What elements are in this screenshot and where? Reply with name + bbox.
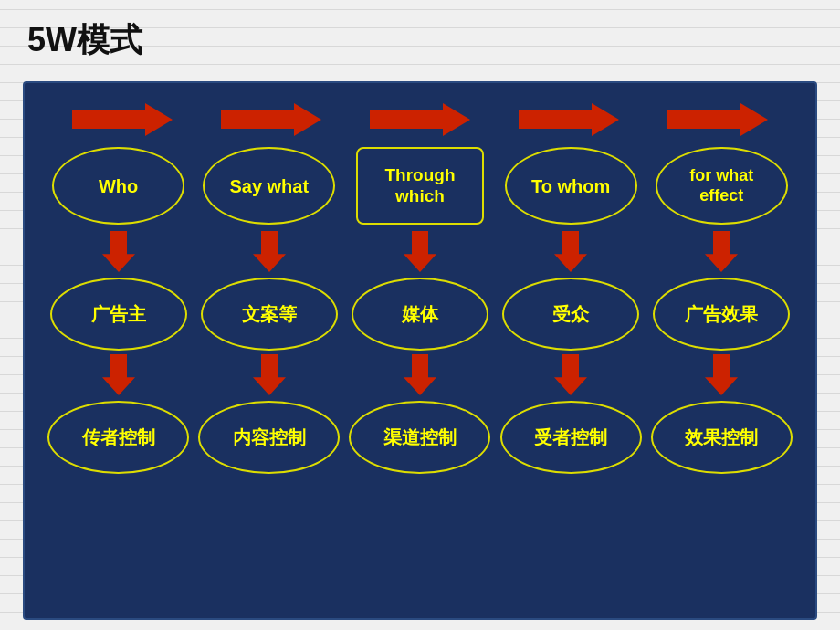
oval-bottom-5: 效果控制 xyxy=(651,401,793,474)
cn-label-5: 广告效果 xyxy=(685,303,758,325)
svg-marker-5 xyxy=(102,231,135,272)
arrow-right-1 xyxy=(63,101,182,138)
svg-marker-0 xyxy=(72,103,173,136)
svg-marker-13 xyxy=(554,354,587,395)
down-arrow-b1 xyxy=(46,354,192,399)
cn-label-1: 广告主 xyxy=(91,303,146,325)
oval-cell-towhom: To whom xyxy=(498,147,644,225)
oval-towhom: To whom xyxy=(505,147,637,225)
label-who: Who xyxy=(99,175,138,197)
down-arrow-b5 xyxy=(648,354,794,399)
svg-marker-14 xyxy=(705,354,738,395)
bottom-label-5: 效果控制 xyxy=(685,426,758,448)
bottom-label-4: 受者控制 xyxy=(534,426,607,448)
svg-marker-6 xyxy=(253,231,286,272)
oval-cn-3: 媒体 xyxy=(352,278,488,351)
oval-saywhat: Say what xyxy=(203,147,335,225)
down-arrow-1 xyxy=(46,231,192,276)
label-towhom: To whom xyxy=(531,175,610,197)
chinese-ovals-row-2: 传者控制 内容控制 渠道控制 受者控制 效果控制 xyxy=(38,401,802,474)
arrow-right-4 xyxy=(509,101,628,138)
bottom-label-3: 渠道控制 xyxy=(383,426,457,448)
label-through: Throughwhich xyxy=(384,165,455,207)
svg-marker-10 xyxy=(102,354,135,395)
page-container: 5W模式 xyxy=(0,0,840,630)
down-arrows-row-2 xyxy=(38,354,802,399)
title-area: 5W模式 xyxy=(0,0,840,72)
cn-label-4: 受众 xyxy=(552,303,589,325)
arrow-right-2 xyxy=(212,101,331,138)
oval-bottom-2: 内容控制 xyxy=(198,401,340,474)
oval-effect: for whateffect xyxy=(656,147,788,225)
bottom-label-1: 传者控制 xyxy=(82,426,155,448)
oval-cell-cn-1: 广告主 xyxy=(46,278,192,351)
oval-cell-through: Throughwhich xyxy=(347,147,493,225)
oval-cell-effect: for whateffect xyxy=(648,147,794,225)
svg-marker-2 xyxy=(370,103,470,136)
main-diagram: Who Say what Throughwhich To whom xyxy=(23,81,817,620)
label-saywhat: Say what xyxy=(229,175,309,197)
oval-cell-cn-5: 广告效果 xyxy=(648,278,794,351)
svg-marker-3 xyxy=(519,103,619,136)
arrow-right-3 xyxy=(361,101,479,138)
cn-label-3: 媒体 xyxy=(402,303,438,325)
oval-cell-saywhat: Say what xyxy=(196,147,342,225)
svg-marker-12 xyxy=(404,354,436,395)
label-effect: for whateffect xyxy=(689,166,753,205)
cn-label-2: 文案等 xyxy=(242,303,297,325)
oval-who: Who xyxy=(52,147,184,225)
down-arrow-3 xyxy=(347,231,493,276)
svg-marker-8 xyxy=(554,231,587,272)
down-arrow-b3 xyxy=(347,354,493,399)
oval-cn-5: 广告效果 xyxy=(653,278,790,351)
oval-cell-bottom-4: 受者控制 xyxy=(498,401,644,474)
oval-cell-bottom-2: 内容控制 xyxy=(196,401,342,474)
chinese-ovals-row-1: 广告主 文案等 媒体 受众 广告效果 xyxy=(38,278,802,351)
down-arrow-2 xyxy=(196,231,342,276)
oval-cell-cn-2: 文案等 xyxy=(196,278,342,351)
oval-cell-bottom-3: 渠道控制 xyxy=(347,401,493,474)
svg-marker-4 xyxy=(667,103,768,136)
oval-through: Throughwhich xyxy=(356,147,484,225)
svg-marker-7 xyxy=(404,231,436,272)
svg-marker-1 xyxy=(221,103,321,136)
oval-cell-cn-3: 媒体 xyxy=(347,278,493,351)
svg-marker-9 xyxy=(705,231,738,272)
down-arrows-row-1 xyxy=(38,231,802,276)
oval-cell-cn-4: 受众 xyxy=(498,278,644,351)
oval-bottom-4: 受者控制 xyxy=(500,401,642,474)
arrow-right-5 xyxy=(658,101,777,138)
down-arrow-4 xyxy=(498,231,644,276)
oval-cell-bottom-5: 效果控制 xyxy=(648,401,794,474)
oval-cell-bottom-1: 传者控制 xyxy=(46,401,192,474)
arrows-row xyxy=(38,101,802,138)
page-title: 5W模式 xyxy=(27,21,142,58)
oval-cn-1: 广告主 xyxy=(50,278,187,351)
english-ovals-row: Who Say what Throughwhich To whom xyxy=(38,147,802,225)
oval-bottom-1: 传者控制 xyxy=(47,401,189,474)
down-arrow-b4 xyxy=(498,354,644,399)
oval-cn-4: 受众 xyxy=(502,278,639,351)
svg-marker-11 xyxy=(253,354,286,395)
bottom-label-2: 内容控制 xyxy=(233,426,306,448)
oval-cell-who: Who xyxy=(46,147,192,225)
oval-cn-2: 文案等 xyxy=(201,278,338,351)
down-arrow-5 xyxy=(648,231,794,276)
down-arrow-b2 xyxy=(196,354,342,399)
oval-bottom-3: 渠道控制 xyxy=(349,401,490,474)
